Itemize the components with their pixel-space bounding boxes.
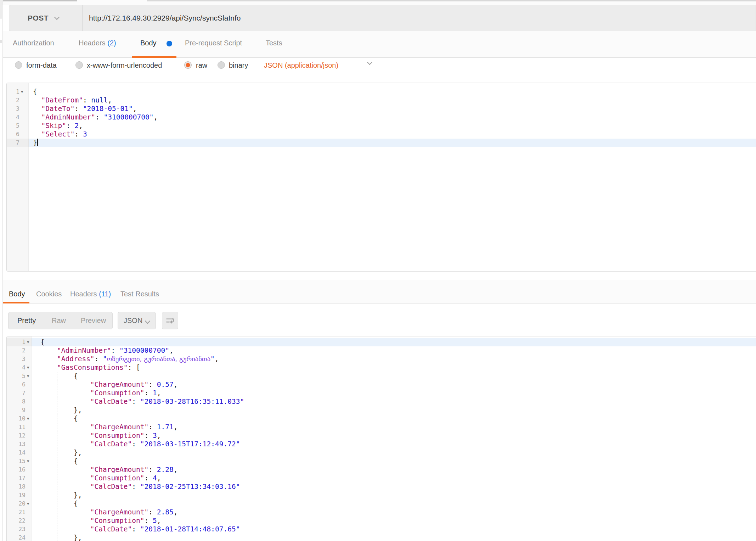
line-number: 24 <box>7 534 26 541</box>
code-text: { <box>40 372 78 380</box>
view-pretty-button[interactable]: Pretty <box>17 317 36 325</box>
line-number: 3 <box>7 105 19 113</box>
code-text: "Consumption": 4, <box>40 474 161 483</box>
code-line: 11"ChargeAmount": 1.71, <box>7 423 756 431</box>
radio-form-data-label[interactable]: form-data <box>26 61 57 69</box>
fold-toggle-icon[interactable]: ▾ <box>27 457 29 465</box>
tab-headers[interactable]: Headers (2) <box>79 39 116 47</box>
request-body-editor[interactable]: 1▾{2"DateFrom": null,3"DateTo": "2018-05… <box>6 83 756 272</box>
code-line: 19}, <box>7 491 756 500</box>
tab-tests[interactable]: Tests <box>266 39 282 47</box>
code-text: { <box>40 338 45 346</box>
fold-toggle-icon[interactable]: ▾ <box>27 372 29 380</box>
tab-pre-request-script[interactable]: Pre-request Script <box>185 39 242 47</box>
code-line: 22"Consumption": 5, <box>7 517 756 525</box>
tab-authorization[interactable]: Authorization <box>13 39 54 47</box>
tab-cookies[interactable]: Cookies <box>36 290 62 298</box>
tab-test-results[interactable]: Test Results <box>120 290 159 298</box>
view-raw-button[interactable]: Raw <box>52 317 66 325</box>
code-text: "Consumption": 3, <box>40 431 161 440</box>
response-body-editor[interactable]: 1▾{2"AdminNumber": "3100000700",3"Addres… <box>6 336 756 541</box>
code-text: "Skip": 2, <box>33 122 83 130</box>
code-text: "ChargeAmount": 1.71, <box>40 423 177 431</box>
line-number: 1 <box>7 338 26 346</box>
active-line-highlight <box>32 338 756 346</box>
line-number: 19 <box>7 491 26 500</box>
radio-form-data[interactable] <box>15 61 22 69</box>
code-line: 13"CalcDate": "2018-03-15T17:12:49.72" <box>7 440 756 448</box>
line-number: 3 <box>7 355 26 363</box>
line-number: 4 <box>7 113 19 122</box>
code-line: 6"ChargeAmount": 0.57, <box>7 380 756 389</box>
tab-response-headers[interactable]: Headers (11) <box>70 290 111 298</box>
radio-raw[interactable] <box>184 61 192 69</box>
tab-response-body[interactable]: Body <box>9 290 25 298</box>
code-text: "ChargeAmount": 2.28, <box>40 465 177 474</box>
format-label: JSON <box>124 317 142 325</box>
code-text: "CalcDate": "2018-03-15T17:12:49.72" <box>40 440 240 448</box>
line-number: 6 <box>7 380 26 389</box>
body-mode-bar: form-data x-www-form-urlencoded raw bina… <box>3 58 756 83</box>
line-number: 16 <box>7 465 26 474</box>
code-line: 16"ChargeAmount": 2.28, <box>7 465 756 474</box>
fold-toggle-icon[interactable]: ▾ <box>21 88 23 96</box>
line-number: 2 <box>7 96 19 105</box>
code-line: 3"DateTo": "2018-05-01", <box>7 105 756 113</box>
line-number: 8 <box>7 397 26 406</box>
app-tab-strip <box>0 0 756 5</box>
fold-toggle-icon[interactable]: ▾ <box>27 363 29 372</box>
code-text: }, <box>40 406 82 414</box>
code-line: 4▾"GasConsumptions": [ <box>7 363 756 372</box>
line-number: 10 <box>7 414 26 423</box>
body-indicator-dot <box>167 41 172 46</box>
sidebar-edge-notch <box>0 40 2 43</box>
active-line-highlight <box>29 139 756 147</box>
wrap-lines-button[interactable] <box>162 312 178 329</box>
code-line: 17"Consumption": 4, <box>7 474 756 483</box>
code-line: 2"AdminNumber": "3100000700", <box>7 346 756 355</box>
view-preview-button[interactable]: Preview <box>81 317 106 325</box>
code-line: 7"Consumption": 1, <box>7 389 756 397</box>
code-line: 1▾{ <box>7 88 756 96</box>
fold-toggle-icon[interactable]: ▾ <box>27 414 29 423</box>
radio-urlencoded-label[interactable]: x-www-form-urlencoded <box>87 61 162 69</box>
method-selector[interactable]: POST <box>9 5 83 31</box>
code-line: 1▾{ <box>7 338 756 346</box>
fold-toggle-icon[interactable]: ▾ <box>27 500 29 508</box>
radio-binary-label[interactable]: binary <box>229 61 248 69</box>
view-toggle-group: Pretty Raw Preview <box>8 312 113 329</box>
line-number: 5 <box>7 372 26 380</box>
code-line: 3"Address": "ოზურგეთი, გურიანთა, გურიანთ… <box>7 355 756 363</box>
fold-toggle-icon[interactable]: ▾ <box>27 338 29 346</box>
format-select[interactable]: JSON <box>118 312 156 329</box>
code-line: 8"CalcDate": "2018-03-28T16:35:11.033" <box>7 397 756 406</box>
code-line: 20▾{ <box>7 500 756 508</box>
radio-raw-label[interactable]: raw <box>196 61 207 69</box>
code-text: }, <box>40 534 82 541</box>
code-line: 18"CalcDate": "2018-02-25T13:34:03.16" <box>7 483 756 491</box>
line-number: 4 <box>7 363 26 372</box>
tab-body[interactable]: Body <box>140 39 157 47</box>
chevron-down-icon <box>367 60 373 65</box>
code-line: 10▾{ <box>7 414 756 423</box>
code-text: "Select": 3 <box>33 130 87 139</box>
line-number: 14 <box>7 448 26 457</box>
code-text: "AdminNumber": "3100000700", <box>33 113 158 122</box>
code-text: "ChargeAmount": 0.57, <box>40 380 177 389</box>
radio-urlencoded[interactable] <box>75 61 83 69</box>
line-number: 17 <box>7 474 26 483</box>
tab-strip-segment <box>147 0 756 1</box>
line-number: 7 <box>7 139 19 147</box>
url-input[interactable]: http://172.16.49.30:2929/api/Sync/syncSl… <box>89 5 241 31</box>
radio-binary[interactable] <box>218 61 225 69</box>
line-number: 13 <box>7 440 26 448</box>
tab-strip-segment <box>3 0 77 1</box>
tab-headers-label: Headers <box>79 39 106 47</box>
code-text: "Consumption": 5, <box>40 517 161 525</box>
line-number: 2 <box>7 346 26 355</box>
code-line: 15▾{ <box>7 457 756 465</box>
headers-count-badge: (2) <box>107 39 116 47</box>
chevron-down-icon <box>54 14 60 20</box>
content-type-selector[interactable]: JSON (application/json) <box>264 61 338 69</box>
line-number: 18 <box>7 483 26 491</box>
